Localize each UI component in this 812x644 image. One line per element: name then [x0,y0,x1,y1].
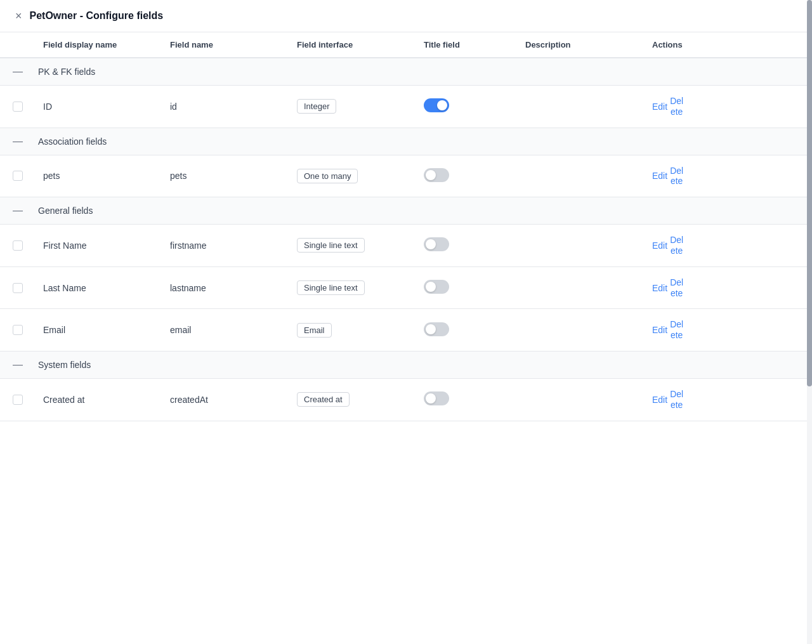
col-actions: Actions [645,40,746,49]
checkbox-cell-id [0,102,36,112]
scrollbar-thumb[interactable] [807,0,812,386]
header: × PetOwner - Configure fields [0,0,812,32]
edit-button-email[interactable]: Edit [652,325,667,335]
checkbox-cell-createdat [0,395,36,405]
toggle-lastname[interactable] [424,280,449,294]
collapse-icon-association[interactable]: — [0,136,36,147]
actions-pets: Edit Delete [645,166,746,187]
col-field-name: Field name [162,40,289,49]
display-name-firstname: First Name [36,240,162,251]
section-label-pk-fk: PK & FK fields [36,67,812,77]
interface-pets: One to many [289,169,416,183]
col-title-field: Title field [416,40,518,49]
col-description: Description [518,40,645,49]
interface-badge-id: Integer [297,99,336,114]
field-name-firstname: firstname [162,240,289,251]
section-label-system: System fields [36,360,812,370]
delete-button-id[interactable]: Delete [670,96,683,117]
section-pk-fk: — PK & FK fields [0,58,812,86]
checkbox-cell-lastname [0,283,36,293]
interface-badge-email: Email [297,323,332,338]
title-field-firstname [416,237,518,253]
title-field-pets [416,168,518,184]
section-label-association: Association fields [36,136,812,147]
actions-createdat: Edit Delete [645,389,746,411]
field-name-pets: pets [162,171,289,181]
checkbox-cell-firstname [0,240,36,251]
title-field-id [416,98,518,114]
scrollbar[interactable] [807,0,812,644]
interface-badge-lastname: Single line text [297,280,365,295]
col-checkbox [0,40,36,49]
col-display-name: Field display name [36,40,162,49]
checkbox-id[interactable] [13,102,23,112]
edit-button-firstname[interactable]: Edit [652,240,667,251]
actions-email: Edit Delete [645,319,746,341]
interface-email: Email [289,323,416,338]
display-name-id: ID [36,102,162,112]
table-row: Created at createdAt Created at Edit Del… [0,379,812,421]
edit-button-id[interactable]: Edit [652,102,667,112]
interface-badge-pets: One to many [297,169,358,183]
collapse-icon-system[interactable]: — [0,359,36,371]
actions-id: Edit Delete [645,96,746,117]
checkbox-firstname[interactable] [13,240,23,251]
delete-button-firstname[interactable]: Delete [670,235,683,256]
title-field-createdat [416,391,518,407]
edit-button-pets[interactable]: Edit [652,171,667,181]
delete-button-email[interactable]: Delete [670,319,683,341]
toggle-email[interactable] [424,322,449,336]
table-row: Email email Email Edit Delete [0,309,812,352]
checkbox-lastname[interactable] [13,283,23,293]
table-row: pets pets One to many Edit Delete [0,155,812,198]
display-name-lastname: Last Name [36,283,162,293]
display-name-email: Email [36,325,162,335]
field-name-id: id [162,102,289,112]
toggle-createdat[interactable] [424,391,449,405]
display-name-pets: pets [36,171,162,181]
configure-fields-table: Field display name Field name Field inte… [0,32,812,421]
checkbox-email[interactable] [13,325,23,335]
table-row: ID id Integer Edit Delete [0,86,812,128]
field-name-createdat: createdAt [162,395,289,405]
interface-id: Integer [289,99,416,114]
collapse-icon-pk-fk[interactable]: — [0,66,36,77]
col-interface: Field interface [289,40,416,49]
table-header: Field display name Field name Field inte… [0,32,812,58]
title-field-lastname [416,280,518,296]
toggle-id[interactable] [424,98,449,112]
actions-lastname: Edit Delete [645,277,746,299]
edit-button-createdat[interactable]: Edit [652,395,667,405]
checkbox-cell-email [0,325,36,335]
toggle-firstname[interactable] [424,237,449,251]
interface-badge-firstname: Single line text [297,238,365,253]
delete-button-lastname[interactable]: Delete [670,277,683,299]
delete-button-pets[interactable]: Delete [670,166,683,187]
collapse-icon-general[interactable]: — [0,205,36,216]
interface-badge-createdat: Created at [297,392,350,407]
table-row: Last Name lastname Single line text Edit… [0,267,812,310]
interface-firstname: Single line text [289,238,416,253]
delete-button-createdat[interactable]: Delete [670,389,683,411]
display-name-createdat: Created at [36,395,162,405]
checkbox-createdat[interactable] [13,395,23,405]
checkbox-pets[interactable] [13,171,23,181]
checkbox-cell-pets [0,171,36,181]
field-name-lastname: lastname [162,283,289,293]
field-name-email: email [162,325,289,335]
section-label-general: General fields [36,206,812,216]
table-row: First Name firstname Single line text Ed… [0,225,812,267]
section-general: — General fields [0,197,812,225]
section-system: — System fields [0,352,812,379]
edit-button-lastname[interactable]: Edit [652,283,667,293]
section-association: — Association fields [0,128,812,155]
title-field-email [416,322,518,338]
actions-firstname: Edit Delete [645,235,746,256]
interface-createdat: Created at [289,392,416,407]
close-icon[interactable]: × [15,10,22,22]
page-title: PetOwner - Configure fields [30,10,164,22]
toggle-pets[interactable] [424,168,449,182]
interface-lastname: Single line text [289,280,416,295]
